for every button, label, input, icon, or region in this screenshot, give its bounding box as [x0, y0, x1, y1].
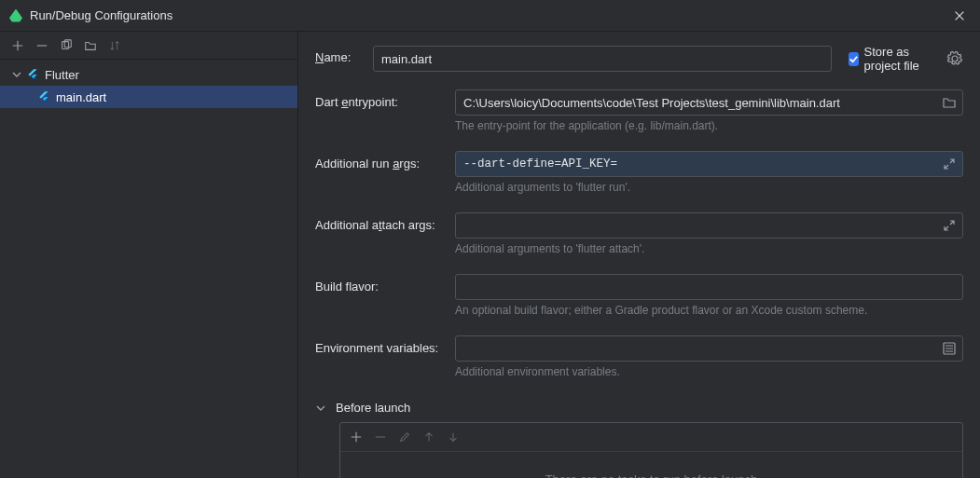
svg-rect-0 [62, 41, 69, 48]
expand-button[interactable] [942, 218, 957, 233]
tree-node-maindart[interactable]: main.dart [0, 86, 297, 108]
titlebar: Run/Debug Configurations [0, 0, 980, 32]
android-icon [9, 9, 22, 22]
chevron-down-icon [11, 69, 22, 80]
list-edit-button[interactable] [942, 341, 957, 356]
window-title: Run/Debug Configurations [30, 8, 948, 22]
add-task-button[interactable] [346, 427, 366, 447]
flutter-icon [26, 68, 39, 81]
before-launch-header[interactable]: Before launch [315, 401, 963, 415]
plus-icon [11, 39, 24, 52]
pencil-icon [398, 430, 411, 444]
remove-config-button[interactable] [32, 35, 52, 56]
browse-button[interactable] [942, 95, 957, 110]
config-form: Name: Store as project file Dart entrypo… [298, 32, 980, 478]
remove-task-button [370, 427, 391, 447]
list-icon [942, 341, 957, 356]
expand-icon [942, 218, 957, 233]
entrypoint-input[interactable]: C:\Users\loicy\Documents\code\Test Proje… [455, 89, 963, 116]
plus-icon [350, 430, 363, 444]
save-template-button[interactable] [80, 35, 101, 56]
flutter-icon [37, 90, 50, 103]
env-input[interactable] [455, 335, 963, 362]
edit-task-button [394, 427, 415, 447]
expand-icon [942, 157, 957, 171]
config-tree: Flutter main.dart [0, 60, 297, 112]
gear-icon [946, 50, 963, 67]
before-launch-panel: There are no tasks to run before launch [339, 422, 963, 478]
minus-icon [35, 39, 48, 52]
entrypoint-label: Dart entrypoint: [315, 89, 455, 109]
store-as-project-file-label: Store as project file [864, 45, 937, 73]
arrow-up-icon [422, 430, 435, 444]
folder-icon [84, 39, 97, 52]
flavor-hint: An optional build flavor; either a Gradl… [455, 304, 963, 317]
store-as-project-file-checkbox[interactable] [849, 52, 859, 66]
store-options-button[interactable] [946, 50, 963, 67]
folder-icon [942, 95, 957, 110]
tree-node-flutter[interactable]: Flutter [0, 63, 297, 86]
expand-button[interactable] [942, 157, 957, 171]
move-down-button [443, 427, 463, 447]
move-up-button [419, 427, 439, 447]
tree-node-label: main.dart [56, 90, 106, 104]
runargs-input[interactable]: --dart-define=API_KEY= [455, 151, 963, 177]
flavor-label: Build flavor: [315, 274, 455, 294]
copy-icon [60, 39, 73, 52]
close-button[interactable] [948, 5, 971, 27]
name-label: Name: [315, 45, 373, 64]
attachargs-input[interactable] [455, 212, 963, 239]
arrow-down-icon [447, 430, 460, 444]
before-launch-toolbar [340, 423, 962, 452]
attachargs-label: Additional attach args: [315, 212, 455, 232]
svg-rect-1 [64, 39, 71, 47]
entrypoint-hint: The entry-point for the application (e.g… [455, 119, 963, 132]
before-launch-empty: There are no tasks to run before launch [340, 452, 962, 478]
runargs-hint: Additional arguments to 'flutter run'. [455, 181, 963, 194]
add-config-button[interactable] [7, 35, 28, 56]
minus-icon [374, 430, 387, 444]
name-input[interactable] [373, 46, 832, 72]
runargs-label: Additional run args: [315, 151, 455, 171]
chevron-down-icon [315, 403, 326, 414]
flavor-input[interactable] [455, 274, 963, 300]
sort-icon [108, 39, 121, 52]
sidebar-toolbar [0, 32, 297, 60]
sort-button [104, 35, 125, 56]
env-hint: Additional environment variables. [455, 365, 963, 378]
close-icon [953, 9, 966, 22]
copy-config-button[interactable] [56, 35, 76, 56]
tree-node-label: Flutter [45, 68, 79, 82]
attachargs-hint: Additional arguments to 'flutter attach'… [455, 242, 963, 255]
sidebar: Flutter main.dart [0, 32, 298, 478]
check-icon [849, 54, 859, 64]
env-label: Environment variables: [315, 335, 455, 355]
